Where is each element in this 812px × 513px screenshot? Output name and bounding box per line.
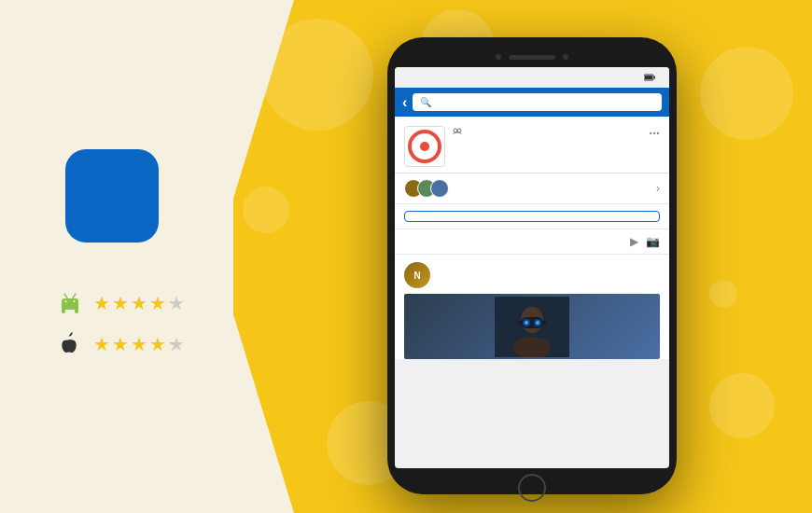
svg-point-4 [74, 300, 76, 302]
video-icon: ▶ [630, 235, 638, 248]
group-menu-button[interactable]: ··· [649, 126, 660, 141]
svg-line-7 [64, 294, 67, 298]
svg-point-23 [536, 321, 539, 325]
group-header: ··· [395, 117, 669, 173]
invite-members-button[interactable] [404, 211, 660, 222]
svg-point-3 [65, 300, 67, 302]
search-input-box[interactable]: 🔍 [413, 93, 662, 111]
svg-rect-10 [654, 76, 656, 79]
post-avatar: N [404, 262, 430, 288]
post-user: N [404, 262, 660, 288]
member-avatars [404, 179, 443, 198]
ios-stars: ★ ★ ★ ★ ★★ [93, 333, 185, 355]
deco-circle-4 [700, 47, 793, 140]
deco-circle-5 [243, 187, 289, 233]
linkedin-logo [65, 149, 159, 243]
conversation-bar[interactable]: ▶ 📷 [395, 229, 669, 255]
search-bar[interactable]: ‹ 🔍 [395, 88, 669, 117]
svg-point-22 [525, 321, 528, 325]
android-stars: ★ ★ ★ ★ ★★ [93, 292, 185, 314]
svg-line-8 [73, 294, 76, 298]
deco-circle-9 [709, 280, 737, 308]
group-type [453, 128, 641, 135]
svg-point-12 [454, 129, 457, 132]
group-logo [404, 126, 445, 167]
svg-rect-19 [518, 321, 523, 325]
phone-container: ‹ 🔍 [364, 37, 700, 494]
member-avatar-3 [430, 179, 449, 198]
members-row[interactable]: › [395, 173, 669, 204]
svg-rect-11 [645, 76, 652, 79]
svg-rect-20 [541, 321, 546, 325]
conversation-icons: ▶ 📷 [630, 235, 660, 248]
svg-point-13 [457, 129, 461, 132]
back-button[interactable]: ‹ [402, 94, 407, 111]
ios-rating-row: ★ ★ ★ ★ ★★ [56, 330, 198, 358]
battery-text [644, 74, 658, 81]
app-content: ‹ 🔍 [395, 88, 669, 359]
ratings-section: ★ ★ ★ ★ ★★ ★ ★ ★ ★ ★★ [56, 289, 198, 371]
group-logo-ring [408, 130, 441, 163]
apple-icon [56, 330, 84, 358]
search-icon: 🔍 [420, 97, 431, 107]
members-arrow-icon: › [656, 182, 660, 195]
post-area: N [395, 255, 669, 359]
android-icon [56, 289, 84, 317]
status-bar [395, 67, 669, 88]
group-info [453, 126, 641, 135]
svg-rect-5 [62, 307, 65, 313]
svg-rect-6 [75, 307, 78, 313]
phone-body: ‹ 🔍 [387, 37, 677, 494]
camera-icon: 📷 [646, 235, 660, 248]
deco-circle-7 [709, 373, 775, 438]
post-image [404, 294, 660, 359]
android-rating-row: ★ ★ ★ ★ ★★ [56, 289, 198, 317]
